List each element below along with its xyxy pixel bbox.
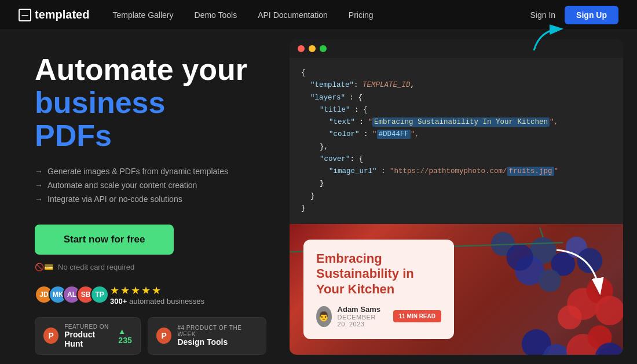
hero-line2: business <box>35 86 165 119</box>
code-template-line: "template": TEMPLATE_ID, <box>310 79 612 91</box>
author-date: DECEMBER 20, 2023 <box>338 314 387 328</box>
svg-point-5 <box>577 248 603 273</box>
code-close-title: }, <box>320 141 612 153</box>
logo[interactable]: — templated <box>19 8 89 21</box>
cta-button[interactable]: Start now for free <box>35 225 174 255</box>
svg-point-8 <box>506 244 533 271</box>
main-content: Automate your business PDFs Generate ima… <box>0 30 637 364</box>
upvote-count: 235 <box>118 336 131 345</box>
nav-pricing[interactable]: Pricing <box>349 10 374 20</box>
ph-icon-1: P <box>43 328 58 344</box>
ph-badge-featured[interactable]: P FEATURED ON Product Hunt ▲ 235 <box>35 317 141 355</box>
ph-icon-2: P <box>156 328 172 344</box>
svg-point-1 <box>530 237 557 264</box>
automated-count-text: 300+ automated businesses <box>110 297 204 306</box>
automated-count: 300+ <box>110 297 127 306</box>
code-close-layers: } <box>310 190 612 203</box>
svg-point-9 <box>567 288 599 320</box>
sign-in-button[interactable]: Sign In <box>530 10 556 20</box>
code-text-val: Embracing Sustainability In Your Kitchen <box>372 117 550 127</box>
svg-point-17 <box>595 343 623 355</box>
badges-row: P FEATURED ON Product Hunt ▲ 235 P #4 PR… <box>35 317 266 355</box>
dot-yellow <box>309 45 316 52</box>
logo-icon: — <box>19 9 31 21</box>
ph-badge-1-text: FEATURED ON Product Hunt <box>64 323 112 348</box>
code-text-key: "text" <box>329 118 355 126</box>
author-info: Adam Sams DECEMBER 20, 2023 <box>338 305 387 328</box>
upvote-arrow: ▲ <box>118 327 131 336</box>
star-rating: ★★★★★ <box>110 284 204 297</box>
feature-2: Automate and scale your content creation <box>35 181 266 190</box>
no-cc-text: No credit card required <box>58 263 134 271</box>
code-title-line: "title" : { <box>320 104 612 116</box>
sign-up-button[interactable]: Sign Up <box>565 6 618 24</box>
preview-card: Embracing Sustainability in Your Kitchen… <box>290 224 623 355</box>
features-list: Generate images & PDFs from dynamic temp… <box>35 167 266 208</box>
hero-title: Automate your business PDFs <box>35 53 266 153</box>
preview-background: Embracing Sustainability in Your Kitchen… <box>290 224 623 355</box>
article-title: Embracing Sustainability in Your Kitchen <box>316 251 441 297</box>
nav-api-documentation[interactable]: API Documentation <box>258 10 328 20</box>
svg-line-18 <box>540 227 543 237</box>
avatar-5: TP <box>90 285 109 304</box>
ph-badge-2-pre: #4 PRODUCT OF THE WEEK <box>177 325 258 337</box>
svg-point-10 <box>587 277 613 304</box>
no-cc-icon: 🚫💳 <box>35 263 53 271</box>
svg-point-7 <box>491 232 515 256</box>
code-template-val: TEMPLATE_ID <box>363 81 411 89</box>
ph-badge-2-main: Design Tools <box>177 337 258 347</box>
automated-label: automated businesses <box>129 297 204 306</box>
code-color-line: "color" : "#DD44FF", <box>329 128 612 141</box>
author-avatar: 👨 <box>316 306 332 327</box>
nav-template-gallery[interactable]: Template Gallery <box>112 10 173 20</box>
right-panel: { "template": TEMPLATE_ID, "layers" : { … <box>290 30 637 364</box>
code-close-cover: } <box>320 178 612 190</box>
code-cover-line: "cover": { <box>320 153 612 166</box>
hero-line3: PDFs <box>35 119 112 152</box>
social-proof-row: JD MK AL SB TP ★★★★★ 300+ automated busi… <box>35 284 266 306</box>
article-author: 👨 Adam Sams DECEMBER 20, 2023 11 MIN REA… <box>316 305 441 328</box>
code-layers-line: "layers" : { <box>310 92 612 104</box>
code-editor: { "template": TEMPLATE_ID, "layers" : { … <box>290 39 623 224</box>
code-open-brace: { <box>301 67 612 79</box>
logo-text: templated <box>35 8 89 21</box>
article-card: Embracing Sustainability in Your Kitchen… <box>303 240 454 339</box>
ph-badge-week[interactable]: P #4 PRODUCT OF THE WEEK Design Tools <box>148 317 266 355</box>
no-credit-card-notice: 🚫💳 No credit card required <box>35 263 266 271</box>
navbar: — templated Template Gallery Demo Tools … <box>0 0 637 30</box>
read-time-badge: 11 MIN READ <box>393 310 441 322</box>
hero-line1: Automate your <box>35 53 247 86</box>
svg-point-2 <box>551 252 575 275</box>
ph-badge-1-pre: FEATURED ON <box>64 323 112 330</box>
code-cover-key: "cover" <box>320 155 350 163</box>
nav-demo-tools[interactable]: Demo Tools <box>195 10 237 20</box>
feature-3: Integrate via API or no-code solutions <box>35 194 266 204</box>
svg-point-3 <box>515 256 544 285</box>
ph-badge-2-text: #4 PRODUCT OF THE WEEK Design Tools <box>177 325 258 347</box>
curved-arrow-icon <box>548 241 617 311</box>
svg-point-15 <box>566 334 600 355</box>
svg-point-12 <box>595 296 623 325</box>
svg-point-14 <box>543 344 570 355</box>
code-image-url-key: "image_url" <box>329 167 377 175</box>
left-panel: Automate your business PDFs Generate ima… <box>0 30 290 364</box>
code-text-line: "text" : "Embracing Sustainability In Yo… <box>329 116 612 128</box>
code-image-url-val: fruits.jpg <box>507 167 554 176</box>
nav-right: Sign In Sign Up <box>530 6 618 24</box>
code-title-key: "title" <box>320 106 350 114</box>
svg-point-6 <box>539 269 561 292</box>
code-content: { "template": TEMPLATE_ID, "layers" : { … <box>290 58 623 224</box>
author-name: Adam Sams <box>338 305 387 314</box>
svg-point-13 <box>522 329 551 355</box>
svg-point-4 <box>566 237 587 258</box>
code-color-val: #DD44FF <box>377 130 411 139</box>
dot-green <box>320 45 327 52</box>
code-template-key: "template" <box>310 81 354 89</box>
code-layers-key: "layers" <box>310 94 345 102</box>
code-close-main: } <box>301 203 612 215</box>
dot-red <box>298 45 305 52</box>
rating-block: ★★★★★ 300+ automated businesses <box>110 284 204 306</box>
editor-toolbar <box>290 39 623 58</box>
code-color-key: "color" <box>329 130 360 138</box>
avatar-stack: JD MK AL SB TP <box>35 285 104 304</box>
